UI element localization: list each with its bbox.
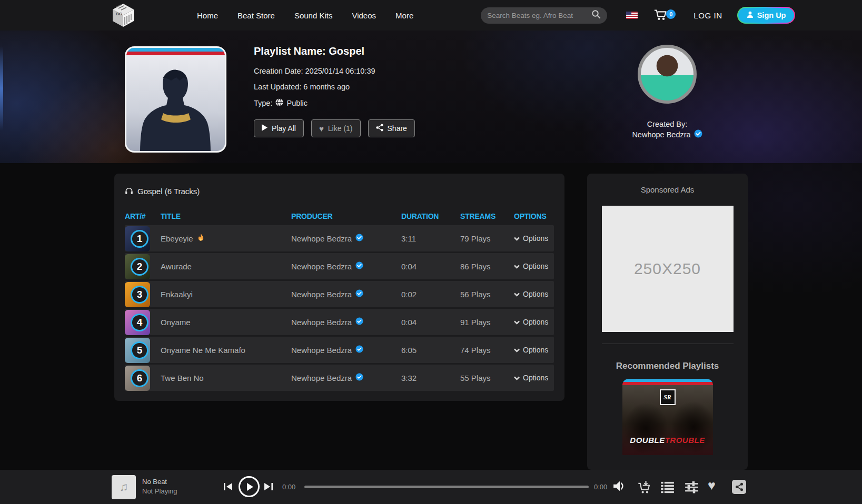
track-row[interactable]: 6 Twe Ben No Newhope Bedzra 3:32 55 Play… bbox=[125, 365, 554, 391]
logo-cube-icon[interactable]: BG bbox=[112, 3, 135, 28]
nav-link-sound-kits[interactable]: Sound Kits bbox=[294, 11, 333, 20]
track-title[interactable]: Onyame Ne Me Kamafo bbox=[161, 346, 245, 355]
elapsed-time: 0:00 bbox=[282, 483, 295, 491]
chevron-down-icon bbox=[514, 318, 520, 326]
playlist-type: Type: Public bbox=[254, 98, 415, 108]
previous-track-button[interactable] bbox=[223, 482, 233, 493]
track-row[interactable]: 1 Ebeyeyie Newhope Bedzra 3:11 79 Plays … bbox=[125, 225, 554, 251]
nav-link-beat-store[interactable]: Beat Store bbox=[237, 11, 275, 20]
person-icon bbox=[747, 11, 754, 19]
player-track-art: ♫ bbox=[112, 475, 136, 499]
track-number: 5 bbox=[131, 341, 148, 359]
verified-badge-icon bbox=[355, 345, 363, 355]
equalizer-icon[interactable] bbox=[685, 480, 699, 496]
track-number: 3 bbox=[131, 286, 148, 304]
track-title[interactable]: Enkaakyi bbox=[161, 290, 193, 299]
track-art-thumbnail[interactable]: 3 bbox=[125, 282, 150, 307]
chevron-down-icon bbox=[514, 346, 520, 354]
track-producer[interactable]: Newhope Bedzra bbox=[291, 290, 352, 299]
verified-badge-icon bbox=[355, 261, 363, 271]
seek-bar[interactable] bbox=[304, 486, 589, 488]
album-blue-stripe bbox=[622, 379, 713, 382]
track-options-button[interactable]: Options bbox=[514, 234, 554, 243]
recommended-playlist-cover[interactable]: SR DOUBLETROUBLE bbox=[622, 379, 713, 455]
track-art-thumbnail[interactable]: 4 bbox=[125, 310, 150, 335]
track-duration: 6:05 bbox=[401, 346, 460, 355]
us-flag-icon[interactable] bbox=[626, 12, 638, 19]
queue-icon[interactable] bbox=[660, 480, 675, 496]
sponsored-ads-title: Sponsored Ads bbox=[587, 185, 748, 194]
remaining-time: 0:00 bbox=[594, 483, 607, 491]
track-row[interactable]: 4 Onyame Newhope Bedzra 0:04 91 Plays Op… bbox=[125, 309, 554, 335]
track-producer[interactable]: Newhope Bedzra bbox=[291, 262, 352, 271]
favorite-icon[interactable]: ♥ bbox=[708, 479, 716, 492]
track-art-thumbnail[interactable]: 5 bbox=[125, 338, 150, 363]
created-by-label: Created By: bbox=[608, 119, 726, 129]
track-duration: 0:04 bbox=[401, 318, 460, 327]
track-duration: 3:32 bbox=[401, 374, 460, 382]
player-track-title: No Beat bbox=[142, 477, 177, 487]
album-title: DOUBLETROUBLE bbox=[622, 436, 713, 445]
creator-name[interactable]: Newhope Bedzra bbox=[632, 130, 690, 139]
share-button[interactable]: Share bbox=[368, 119, 415, 137]
cart-icon bbox=[653, 8, 667, 21]
playlist-cover-art bbox=[125, 46, 226, 153]
track-options-button[interactable]: Options bbox=[514, 290, 554, 298]
column-header-options: OPTIONS bbox=[514, 212, 554, 220]
next-track-button[interactable] bbox=[263, 482, 273, 493]
track-producer[interactable]: Newhope Bedzra bbox=[291, 346, 352, 355]
track-row[interactable]: 5 Onyame Ne Me Kamafo Newhope Bedzra 6:0… bbox=[125, 337, 554, 363]
track-title[interactable]: Twe Ben No bbox=[161, 374, 204, 382]
main-nav: Home Beat Store Sound Kits Videos More bbox=[197, 11, 413, 20]
signup-button[interactable]: Sign Up bbox=[737, 7, 796, 24]
chevron-down-icon bbox=[514, 290, 520, 298]
add-to-cart-icon[interactable] bbox=[637, 480, 651, 496]
nav-link-videos[interactable]: Videos bbox=[352, 11, 376, 20]
play-icon bbox=[262, 124, 267, 133]
chevron-down-icon bbox=[514, 234, 520, 243]
play-all-button[interactable]: Play All bbox=[254, 119, 304, 137]
cover-red-stripe bbox=[126, 52, 225, 55]
cart-button[interactable]: 0 bbox=[653, 8, 669, 22]
nav-link-home[interactable]: Home bbox=[197, 11, 218, 20]
login-link[interactable]: LOG IN bbox=[693, 11, 722, 20]
search-icon[interactable] bbox=[591, 9, 601, 21]
track-number: 2 bbox=[131, 258, 148, 276]
track-row[interactable]: 2 Awurade Newhope Bedzra 0:04 86 Plays O… bbox=[125, 253, 554, 279]
like-button[interactable]: ♥ Like (1) bbox=[311, 119, 361, 137]
track-producer[interactable]: Newhope Bedzra bbox=[291, 234, 352, 243]
track-row[interactable]: 3 Enkaakyi Newhope Bedzra 0:02 56 Plays … bbox=[125, 281, 554, 307]
track-options-button[interactable]: Options bbox=[514, 318, 554, 326]
search-input[interactable] bbox=[487, 12, 591, 19]
last-updated: Last Updated: 6 months ago bbox=[254, 83, 415, 91]
track-options-button[interactable]: Options bbox=[514, 374, 554, 382]
track-number: 4 bbox=[131, 314, 148, 331]
navbar: BG Home Beat Store Sound Kits Videos Mor… bbox=[0, 0, 862, 31]
player-share-icon[interactable] bbox=[732, 480, 746, 494]
track-art-thumbnail[interactable]: 2 bbox=[125, 254, 150, 279]
play-button[interactable] bbox=[239, 476, 260, 497]
track-art-thumbnail[interactable]: 6 bbox=[125, 366, 150, 391]
creator-avatar[interactable] bbox=[638, 45, 697, 104]
track-number: 1 bbox=[131, 230, 148, 248]
volume-icon[interactable] bbox=[613, 480, 627, 494]
track-title[interactable]: Onyame bbox=[161, 318, 191, 327]
ad-placeholder[interactable]: 250X250 bbox=[602, 206, 734, 332]
track-options-button[interactable]: Options bbox=[514, 262, 554, 270]
tracklist-heading-label: Gospel (6 Tracks) bbox=[137, 187, 200, 196]
fire-icon bbox=[197, 234, 205, 244]
track-art-thumbnail[interactable]: 1 bbox=[125, 226, 150, 251]
track-title[interactable]: Awurade bbox=[161, 262, 192, 271]
track-options-button[interactable]: Options bbox=[514, 346, 554, 354]
recommended-playlists-title: Recommended Playlists bbox=[587, 361, 748, 371]
verified-badge-icon bbox=[355, 317, 363, 327]
nav-link-more[interactable]: More bbox=[395, 11, 413, 20]
track-title[interactable]: Ebeyeyie bbox=[161, 234, 193, 243]
column-header-duration: DURATION bbox=[401, 212, 460, 220]
creation-date: Creation Date: 2025/01/14 06:10:39 bbox=[254, 67, 415, 75]
cart-count-badge: 0 bbox=[666, 9, 676, 19]
globe-icon bbox=[275, 98, 283, 108]
track-producer[interactable]: Newhope Bedzra bbox=[291, 318, 352, 327]
track-producer[interactable]: Newhope Bedzra bbox=[291, 374, 352, 382]
headphones-icon bbox=[125, 186, 133, 196]
